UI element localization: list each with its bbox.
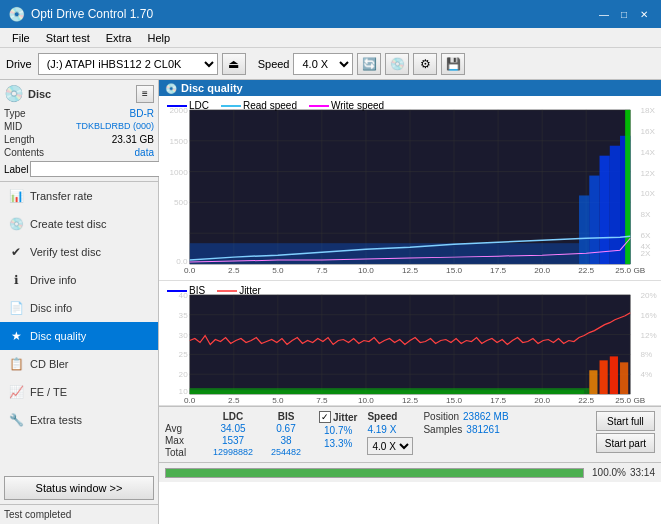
avg-jitter: 10.7% <box>319 425 357 436</box>
menu-extra[interactable]: Extra <box>98 28 140 48</box>
title-bar: 💿 Opti Drive Control 1.70 — □ ✕ <box>0 0 661 28</box>
svg-text:5.0: 5.0 <box>272 266 284 275</box>
speed-section: Speed 4.19 X 4.0 X <box>367 411 413 455</box>
disc-type-row: Type BD-R <box>4 107 154 120</box>
nav-disc-quality[interactable]: ★ Disc quality <box>0 322 158 350</box>
jitter-section: ✓ Jitter 10.7% 13.3% <box>319 411 357 449</box>
stats-empty <box>165 411 203 422</box>
nav-transfer-rate[interactable]: 📊 Transfer rate <box>0 182 158 210</box>
create-test-disc-icon: 💿 <box>8 216 24 232</box>
start-full-button[interactable]: Start full <box>596 411 655 431</box>
maximize-button[interactable]: □ <box>615 5 633 23</box>
disc-type-label: Type <box>4 108 26 119</box>
start-part-button[interactable]: Start part <box>596 433 655 453</box>
close-button[interactable]: ✕ <box>635 5 653 23</box>
svg-text:5.0: 5.0 <box>272 396 284 405</box>
disc-button[interactable]: 💿 <box>385 53 409 75</box>
total-label: Total <box>165 447 203 458</box>
window-controls: — □ ✕ <box>595 5 653 23</box>
nav-verify-test-disc[interactable]: ✔ Verify test disc <box>0 238 158 266</box>
nav-drive-info-label: Drive info <box>30 274 76 286</box>
svg-text:2.5: 2.5 <box>228 266 240 275</box>
menu-help[interactable]: Help <box>139 28 178 48</box>
svg-text:6X: 6X <box>641 231 652 240</box>
drive-select[interactable]: (J:) ATAPI iHBS112 2 CL0K <box>38 53 218 75</box>
svg-text:18X: 18X <box>641 106 656 115</box>
menu-start-test[interactable]: Start test <box>38 28 98 48</box>
save-button[interactable]: 💾 <box>441 53 465 75</box>
nav-extra-tests[interactable]: 🔧 Extra tests <box>0 406 158 434</box>
status-window-button[interactable]: Status window >> <box>4 476 154 500</box>
max-ldc: 1537 <box>207 435 259 446</box>
svg-text:7.5: 7.5 <box>316 266 328 275</box>
svg-text:0.0: 0.0 <box>184 266 196 275</box>
svg-text:30: 30 <box>179 331 189 340</box>
left-panel: 💿 Disc ≡ Type BD-R MID TDKBLDRBD (000) L… <box>0 80 159 524</box>
nav-cd-bler[interactable]: 📋 CD Bler <box>0 350 158 378</box>
jitter-checkbox[interactable]: ✓ <box>319 411 331 423</box>
svg-text:15.0: 15.0 <box>446 396 462 405</box>
speed-dropdown[interactable]: 4.0 X <box>367 437 413 455</box>
samples-label: Samples <box>423 424 462 435</box>
svg-rect-45 <box>589 176 599 265</box>
action-buttons: Start full Start part <box>596 411 655 453</box>
bottom-chart: BIS Jitter <box>159 281 661 406</box>
menu-file[interactable]: File <box>4 28 38 48</box>
disc-title: Disc <box>28 88 51 100</box>
svg-rect-47 <box>610 146 620 264</box>
svg-text:25.0 GB: 25.0 GB <box>615 396 645 405</box>
refresh-button[interactable]: 🔄 <box>357 53 381 75</box>
readspeed-legend-color <box>221 105 241 107</box>
nav-fe-te-label: FE / TE <box>30 386 67 398</box>
bis-header: BIS <box>263 411 309 422</box>
nav-transfer-rate-label: Transfer rate <box>30 190 93 202</box>
svg-text:12X: 12X <box>641 169 656 178</box>
speed-select[interactable]: 4.0 X <box>293 53 353 75</box>
eject-button[interactable]: ⏏ <box>222 53 246 75</box>
svg-text:25: 25 <box>179 350 189 359</box>
disc-icon-btn[interactable]: ≡ <box>136 85 154 103</box>
svg-text:10.0: 10.0 <box>358 396 374 405</box>
fe-te-icon: 📈 <box>8 384 24 400</box>
disc-length-label: Length <box>4 134 35 145</box>
bis-legend: BIS <box>167 285 205 296</box>
settings-button[interactable]: ⚙ <box>413 53 437 75</box>
disc-type-value: BD-R <box>130 108 154 119</box>
disc-icon: 💿 <box>4 84 24 103</box>
readspeed-legend: Read speed <box>221 100 297 111</box>
ldc-legend: LDC <box>167 100 209 111</box>
toolbar: Drive (J:) ATAPI iHBS112 2 CL0K ⏏ Speed … <box>0 48 661 80</box>
writespeed-legend: Write speed <box>309 100 384 111</box>
bottom-legend: BIS Jitter <box>161 283 267 298</box>
disc-mid-row: MID TDKBLDRBD (000) <box>4 120 154 133</box>
progress-bar-outer <box>165 468 584 478</box>
bis-legend-color <box>167 290 187 292</box>
jitter-legend: Jitter <box>217 285 261 296</box>
svg-rect-91 <box>589 370 597 394</box>
extra-tests-icon: 🔧 <box>8 412 24 428</box>
nav-disc-info[interactable]: 📄 Disc info <box>0 294 158 322</box>
speed-header: Speed <box>367 411 413 422</box>
svg-text:16X: 16X <box>641 127 656 136</box>
disc-label-row: Label ▼ <box>4 161 154 177</box>
svg-text:10X: 10X <box>641 190 656 199</box>
disc-length-row: Length 23.31 GB <box>4 133 154 146</box>
main-layout: 💿 Disc ≡ Type BD-R MID TDKBLDRBD (000) L… <box>0 80 661 524</box>
disc-label-input[interactable] <box>30 161 163 177</box>
writespeed-legend-label: Write speed <box>331 100 384 111</box>
speed-label: Speed <box>258 58 290 70</box>
jitter-header-label: Jitter <box>333 412 357 423</box>
app-title: Opti Drive Control 1.70 <box>31 7 595 21</box>
svg-text:22.5: 22.5 <box>578 266 594 275</box>
nav-fe-te[interactable]: 📈 FE / TE <box>0 378 158 406</box>
samples-row: Samples 381261 <box>423 424 508 435</box>
svg-text:8%: 8% <box>641 350 653 359</box>
nav-drive-info[interactable]: ℹ Drive info <box>0 266 158 294</box>
app-icon: 💿 <box>8 6 25 22</box>
minimize-button[interactable]: — <box>595 5 613 23</box>
nav-create-test-disc[interactable]: 💿 Create test disc <box>0 210 158 238</box>
svg-text:0.0: 0.0 <box>176 257 188 266</box>
svg-text:10: 10 <box>179 387 189 396</box>
position-row: Position 23862 MB <box>423 411 508 422</box>
svg-rect-93 <box>610 356 618 394</box>
